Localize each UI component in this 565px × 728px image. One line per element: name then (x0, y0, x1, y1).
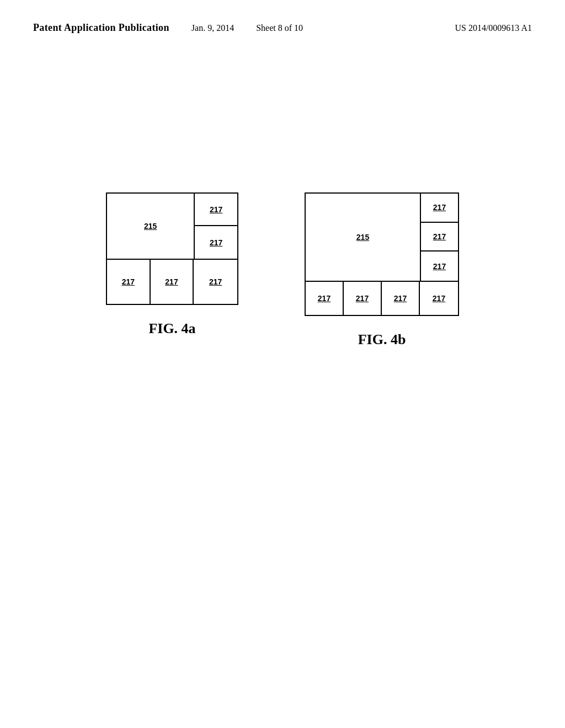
figure-4b-label: FIG. 4b (358, 331, 406, 348)
label-217-tr-top-4a: 217 (210, 205, 222, 214)
diagram-4a-bottom-row: 217 217 217 (107, 260, 237, 304)
cell-217-top-right-mid-4a: 217 (195, 226, 237, 259)
cell-215-fig4a: 215 (107, 194, 194, 259)
figure-4b-container: 215 217 217 217 (305, 192, 459, 348)
cell-217-bot1-4a: 217 (107, 260, 151, 304)
diagram-4a-top-row: 215 217 217 (107, 194, 237, 260)
cell-217-rc2-4b: 217 (421, 223, 458, 252)
figure-4a-container: 215 217 217 217 (106, 192, 238, 337)
cell-217-bot3-4a: 217 (194, 260, 237, 304)
figure-4a-label: FIG. 4a (148, 320, 195, 337)
label-217-bot3-4a: 217 (209, 277, 222, 286)
diagram-4a: 215 217 217 217 (106, 192, 238, 305)
cell-217-bot4-4b: 217 (420, 282, 458, 315)
label-217-rc2-4b: 217 (433, 232, 446, 241)
sheet-info: Sheet 8 of 10 (256, 23, 303, 33)
label-217-bot1-4b: 217 (318, 294, 331, 303)
diagram-4b: 215 217 217 217 (305, 192, 459, 316)
page: Patent Application Publication Jan. 9, 2… (0, 0, 565, 728)
cell-217-bot2-4a: 217 (151, 260, 194, 304)
label-215-fig4b: 215 (356, 233, 369, 242)
patent-number: US 2014/0009613 A1 (455, 23, 532, 33)
label-217-bot2-4a: 217 (165, 277, 178, 286)
publication-date: Jan. 9, 2014 (191, 23, 234, 33)
label-217-bot4-4b: 217 (433, 294, 445, 303)
cell-217-bot3-4b: 217 (382, 282, 420, 315)
label-217-bot2-4b: 217 (356, 294, 369, 303)
header: Patent Application Publication Jan. 9, 2… (33, 22, 532, 38)
label-217-bot3-4b: 217 (394, 294, 407, 303)
right-col-4a: 217 217 (194, 194, 237, 259)
label-217-tr-mid-4a: 217 (210, 238, 222, 247)
label-215-fig4a: 215 (144, 222, 157, 231)
label-217-bot1-4a: 217 (122, 277, 135, 286)
label-217-rc1-4b: 217 (433, 203, 446, 212)
cell-217-bot1-4b: 217 (306, 282, 344, 315)
diagram-4b-bottom-row: 217 217 217 217 (306, 282, 458, 315)
right-col-4b: 217 217 217 (420, 194, 458, 281)
diagram-4b-top-row: 215 217 217 217 (306, 194, 458, 282)
cell-215-fig4b: 215 (306, 194, 420, 281)
main-content: 215 217 217 217 (33, 192, 532, 348)
cell-217-top-right-4a: 217 (195, 194, 237, 226)
cell-217-rc1-4b: 217 (421, 194, 458, 223)
cell-217-rc3-4b: 217 (421, 251, 458, 281)
publication-title: Patent Application Publication (33, 22, 169, 34)
cell-217-bot2-4b: 217 (344, 282, 382, 315)
label-217-rc3-4b: 217 (433, 262, 446, 271)
